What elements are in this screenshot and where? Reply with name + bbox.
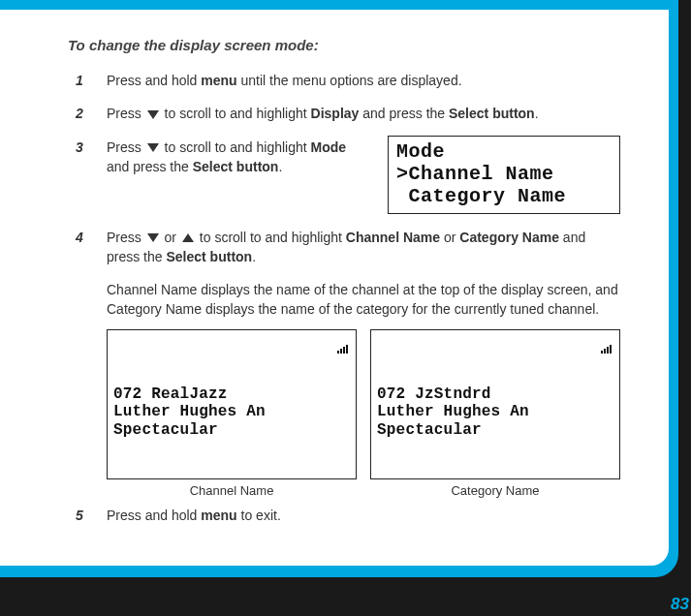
category-name-option: Category Name: [459, 230, 559, 245]
text: until the menu options are displayed.: [237, 73, 462, 88]
step3-text: Press to scroll to and highlight Mode an…: [107, 138, 370, 177]
lcd-line: 072 RealJazz: [113, 385, 350, 403]
display-option: Display: [311, 106, 360, 121]
text: Press and hold: [107, 508, 201, 523]
example-category-name: 072 JzStndrdLuther Hughes AnSpectacular …: [370, 329, 620, 498]
step-number: 2: [76, 104, 83, 123]
up-arrow-icon: [182, 233, 194, 242]
steps-list-continued: 5 Press and hold menu to exit.: [107, 506, 620, 525]
text: .: [252, 249, 256, 264]
example-screens: 072 RealJazzLuther Hughes AnSpectacular …: [107, 329, 620, 498]
down-arrow-icon: [147, 143, 159, 152]
text: Press: [107, 230, 145, 245]
text: Press: [107, 139, 145, 155]
page-frame: To change the display screen mode: 1 Pre…: [0, 0, 678, 577]
menu-key: menu: [201, 508, 236, 523]
step-3: 3 Press to scroll to and highlight Mode …: [107, 138, 620, 214]
step-number: 3: [76, 138, 83, 157]
steps-list: 1 Press and hold menu until the menu opt…: [107, 71, 620, 266]
step-number: 4: [76, 228, 83, 247]
select-button-label: Select button: [449, 106, 535, 121]
lcd-line: >Channel Name: [396, 163, 612, 185]
select-button-label: Select button: [166, 249, 252, 264]
lcd-line: 072 JzStndrd: [377, 385, 613, 403]
channel-name-option: Channel Name: [346, 230, 440, 245]
text: Press and hold: [107, 73, 201, 88]
step-4: 4 Press or to scroll to and highlight Ch…: [107, 228, 620, 267]
lcd-line: Spectacular: [377, 421, 613, 439]
lcd-line: Category Name: [396, 185, 612, 207]
text: or: [161, 230, 180, 245]
lcd-line: Spectacular: [113, 421, 350, 439]
step-1: 1 Press and hold menu until the menu opt…: [107, 71, 620, 90]
mode-lcd-screen: Mode>Channel Name Category Name: [388, 136, 620, 214]
down-arrow-icon: [147, 110, 159, 119]
example-channel-name: 072 RealJazzLuther Hughes AnSpectacular …: [107, 329, 357, 498]
text: and press the: [359, 106, 449, 121]
lcd-line: Luther Hughes An: [113, 403, 350, 420]
text: to scroll to and highlight: [161, 106, 311, 121]
step-2: 2 Press to scroll to and highlight Displ…: [107, 104, 620, 123]
page-content: To change the display screen mode: 1 Pre…: [0, 10, 669, 566]
example-caption: Channel Name: [107, 483, 357, 498]
step-number: 5: [76, 506, 83, 525]
lcd-line: Luther Hughes An: [377, 403, 613, 420]
down-arrow-icon: [147, 233, 159, 242]
document-outer: To change the display screen mode: 1 Pre…: [0, 0, 691, 616]
explanation-paragraph: Channel Name displays the name of the ch…: [107, 280, 620, 320]
page-number: 83: [671, 595, 689, 614]
step-number: 1: [76, 71, 83, 90]
text: .: [278, 159, 282, 174]
example-lcd-left: 072 RealJazzLuther Hughes AnSpectacular: [107, 329, 357, 479]
step3-row: Press to scroll to and highlight Mode an…: [107, 138, 620, 214]
lcd-line: Mode: [396, 140, 612, 163]
step-5: 5 Press and hold menu to exit.: [107, 506, 620, 525]
text: Press: [107, 106, 145, 121]
text: to scroll to and highlight: [196, 230, 346, 245]
signal-icon: [600, 336, 613, 346]
section-heading: To change the display screen mode:: [68, 37, 620, 53]
menu-key: menu: [201, 73, 236, 88]
text: to scroll to and highlight: [161, 139, 311, 155]
example-lcd-right: 072 JzStndrdLuther Hughes AnSpectacular: [370, 329, 620, 479]
mode-option: Mode: [311, 139, 347, 155]
select-button-label: Select button: [193, 159, 279, 174]
text: and press the: [107, 159, 193, 174]
text: to exit.: [237, 508, 281, 523]
text: or: [440, 230, 459, 245]
example-caption: Category Name: [370, 483, 620, 498]
signal-icon: [336, 336, 350, 346]
text: .: [535, 106, 539, 121]
